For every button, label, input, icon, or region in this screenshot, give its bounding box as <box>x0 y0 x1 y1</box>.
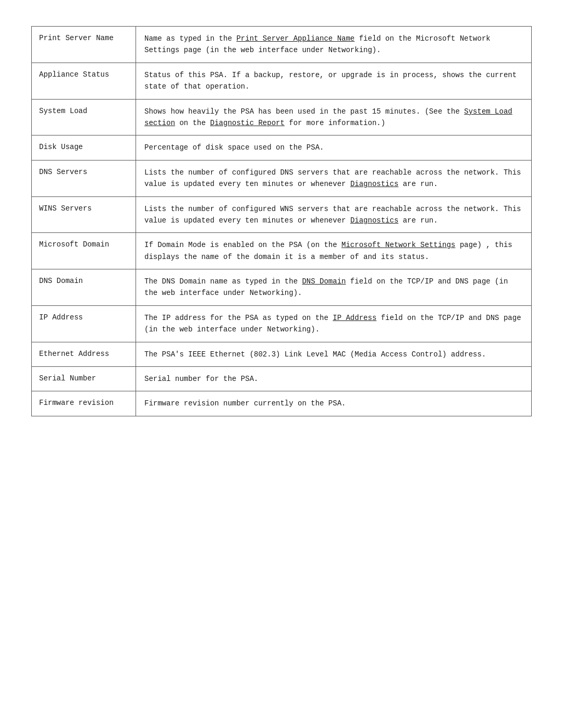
row-desc-firmware-revision: Firmware revision number currently on th… <box>136 391 531 415</box>
table-row: Serial NumberSerial number for the PSA. <box>32 367 531 391</box>
link-dns-domain[interactable]: DNS Domain <box>302 277 346 286</box>
link-print-server-appliance-name[interactable]: Print Server Appliance Name <box>236 34 354 43</box>
row-desc-microsoft-domain: If Domain Mode is enabled on the PSA (on… <box>136 233 531 269</box>
row-label-dns-servers: DNS Servers <box>32 161 136 196</box>
row-label-dns-domain: DNS Domain <box>32 269 136 305</box>
row-label-disk-usage: Disk Usage <box>32 135 136 159</box>
link-diagnostics[interactable]: Diagnostics <box>350 216 398 225</box>
row-label-system-load: System Load <box>32 100 136 135</box>
row-desc-dns-domain: The DNS Domain name as typed in the DNS … <box>136 269 531 305</box>
row-label-print-server-name: Print Server Name <box>32 27 136 63</box>
row-desc-disk-usage: Percentage of disk space used on the PSA… <box>136 135 531 159</box>
table-row: IP AddressThe IP address for the PSA as … <box>32 306 531 342</box>
row-desc-serial-number: Serial number for the PSA. <box>136 367 531 391</box>
table-row: WINS ServersLists the number of configur… <box>32 197 531 233</box>
row-label-ethernet-address: Ethernet Address <box>32 342 136 366</box>
row-desc-system-load: Shows how heavily the PSA has been used … <box>136 100 531 135</box>
table-row: Ethernet AddressThe PSA's IEEE Ethernet … <box>32 342 531 367</box>
link-ip-address[interactable]: IP Address <box>333 314 376 322</box>
info-table: Print Server NameName as typed in the Pr… <box>31 26 532 416</box>
table-row: Appliance StatusStatus of this PSA. If a… <box>32 63 531 100</box>
link-diagnostics[interactable]: Diagnostics <box>350 180 398 188</box>
table-row: DNS DomainThe DNS Domain name as typed i… <box>32 269 531 306</box>
row-label-wins-servers: WINS Servers <box>32 197 136 233</box>
table-row: Disk UsagePercentage of disk space used … <box>32 135 531 160</box>
row-desc-appliance-status: Status of this PSA. If a backup, restore… <box>136 63 531 99</box>
table-row: System LoadShows how heavily the PSA has… <box>32 100 531 136</box>
table-row: Microsoft DomainIf Domain Mode is enable… <box>32 233 531 269</box>
link-diagnostic-report[interactable]: Diagnostic Report <box>210 119 285 127</box>
table-row: DNS ServersLists the number of configure… <box>32 161 531 197</box>
row-desc-print-server-name: Name as typed in the Print Server Applia… <box>136 27 531 63</box>
row-label-firmware-revision: Firmware revision <box>32 391 136 415</box>
row-label-ip-address: IP Address <box>32 306 136 342</box>
row-desc-ip-address: The IP address for the PSA as typed on t… <box>136 306 531 342</box>
row-label-microsoft-domain: Microsoft Domain <box>32 233 136 269</box>
link-microsoft-network-settings[interactable]: Microsoft Network Settings <box>341 241 455 249</box>
row-desc-wins-servers: Lists the number of configured WNS serve… <box>136 197 531 233</box>
link-system-load-section[interactable]: System Load section <box>144 107 512 127</box>
row-label-serial-number: Serial Number <box>32 367 136 391</box>
row-desc-ethernet-address: The PSA's IEEE Ethernet (802.3) Link Lev… <box>136 342 531 366</box>
table-row: Firmware revisionFirmware revision numbe… <box>32 391 531 415</box>
table-row: Print Server NameName as typed in the Pr… <box>32 27 531 63</box>
row-label-appliance-status: Appliance Status <box>32 63 136 99</box>
row-desc-dns-servers: Lists the number of configured DNS serve… <box>136 161 531 196</box>
